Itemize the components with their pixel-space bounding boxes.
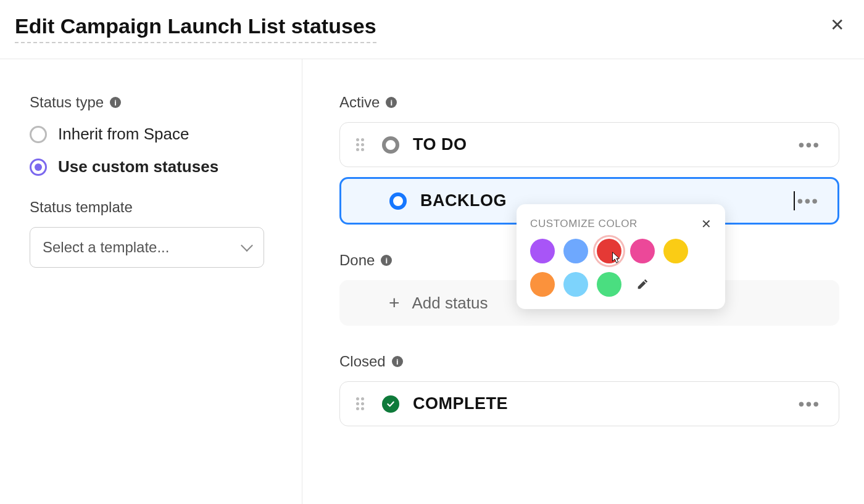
cursor-icon: [609, 251, 623, 267]
drag-handle-icon[interactable]: [356, 397, 368, 410]
color-swatch-pink[interactable]: [630, 239, 655, 263]
chevron-down-icon: [241, 239, 253, 252]
color-swatch-green[interactable]: [597, 272, 621, 297]
radio-inherit-from-space[interactable]: Inherit from Space: [30, 125, 287, 144]
close-button[interactable]: ✕: [825, 12, 849, 39]
color-swatch-purple[interactable]: [530, 239, 555, 263]
plus-icon: +: [389, 292, 400, 313]
info-icon[interactable]: i: [381, 255, 392, 266]
info-icon[interactable]: i: [386, 97, 397, 108]
row-actions-button[interactable]: •••: [796, 397, 823, 411]
popover-close-button[interactable]: ✕: [701, 218, 712, 230]
group-label-closed: Closed i: [339, 353, 839, 370]
status-type-label-text: Status type: [30, 94, 104, 111]
radio-inner-dot: [35, 163, 42, 171]
info-icon[interactable]: i: [392, 356, 403, 367]
color-swatch-yellow[interactable]: [663, 239, 688, 263]
group-label-text: Active: [339, 94, 380, 111]
color-popover: Customize Color ✕: [517, 204, 725, 309]
template-select-placeholder: Select a template...: [43, 239, 169, 256]
group-label-text: Done: [339, 252, 375, 269]
drag-handle-icon[interactable]: [356, 138, 368, 151]
group-label-text: Closed: [339, 353, 386, 370]
status-template-label: Status template: [30, 199, 287, 216]
closed-section: Closed i COMPLETE •••: [339, 353, 839, 426]
color-swatch-orange[interactable]: [530, 272, 555, 297]
row-actions-button[interactable]: •••: [795, 194, 821, 208]
modal-header: Edit Campaign Launch List statuses ✕: [0, 0, 864, 59]
modal-title: Edit Campaign Launch List statuses: [15, 7, 376, 43]
status-color-indicator[interactable]: [382, 136, 399, 154]
popover-header: Customize Color ✕: [530, 218, 712, 230]
radio-label: Use custom statuses: [58, 157, 218, 176]
close-icon: ✕: [830, 15, 844, 35]
radio-icon: [30, 159, 47, 176]
radio-label: Inherit from Space: [58, 125, 189, 144]
row-actions-button[interactable]: •••: [796, 138, 823, 152]
status-color-indicator[interactable]: [382, 395, 399, 413]
template-select[interactable]: Select a template...: [30, 227, 264, 268]
info-icon[interactable]: i: [110, 97, 121, 108]
swatch-grid: [530, 239, 712, 297]
check-icon: [386, 399, 396, 409]
close-icon: ✕: [701, 217, 712, 231]
popover-title: Customize Color: [530, 218, 638, 230]
color-swatch-light-blue[interactable]: [563, 272, 588, 297]
radio-use-custom-statuses[interactable]: Use custom statuses: [30, 157, 287, 176]
status-name: TO DO: [413, 135, 796, 154]
color-swatch-blue[interactable]: [563, 239, 588, 263]
right-panel: Active i TO DO ••• ••• Done i + Add stat…: [302, 59, 864, 504]
status-type-label: Status type i: [30, 94, 287, 111]
status-row-complete[interactable]: COMPLETE •••: [339, 381, 839, 426]
eyedropper-button[interactable]: [630, 272, 655, 297]
modal-body: Status type i Inherit from Space Use cus…: [0, 59, 864, 504]
eyedropper-icon: [636, 278, 649, 291]
status-row-todo[interactable]: TO DO •••: [339, 122, 839, 167]
status-color-indicator[interactable]: [389, 192, 407, 210]
left-panel: Status type i Inherit from Space Use cus…: [0, 59, 302, 504]
group-label-active: Active i: [339, 94, 839, 111]
radio-icon: [30, 126, 47, 143]
add-status-label: Add status: [412, 294, 488, 313]
status-name: COMPLETE: [413, 394, 796, 413]
color-swatch-red[interactable]: [597, 239, 621, 263]
